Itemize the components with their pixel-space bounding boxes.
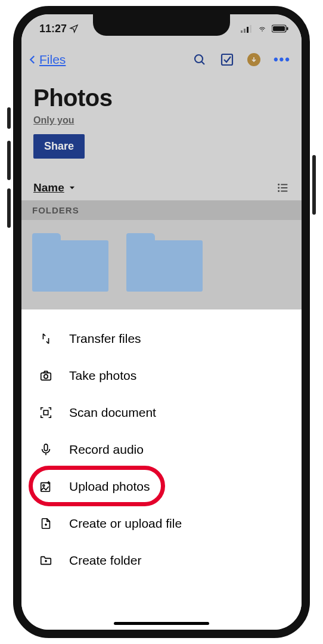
menu-upload-photos[interactable]: Upload photos xyxy=(21,468,302,505)
svg-rect-15 xyxy=(281,187,287,188)
cellular-icon xyxy=(241,24,253,33)
menu-create-file[interactable]: Create or upload file xyxy=(21,505,302,542)
status-time: 11:27 xyxy=(39,23,67,35)
menu-transfer-files[interactable]: Transfer files xyxy=(21,320,302,357)
menu-label: Scan document xyxy=(69,405,156,420)
back-button[interactable]: Files xyxy=(27,52,66,67)
svg-rect-20 xyxy=(44,410,48,414)
svg-rect-5 xyxy=(273,26,285,31)
svg-point-16 xyxy=(278,190,279,192)
svg-rect-0 xyxy=(241,30,243,33)
svg-point-14 xyxy=(278,187,279,189)
menu-label: Transfer files xyxy=(69,332,141,346)
folder-grid xyxy=(21,220,302,309)
chevron-left-icon xyxy=(27,52,38,67)
menu-create-folder[interactable]: Create folder xyxy=(21,542,302,579)
page-title: Photos xyxy=(33,85,290,112)
menu-label: Upload photos xyxy=(69,479,150,494)
background-content: 11:27 Files xyxy=(21,14,302,309)
select-icon[interactable] xyxy=(220,52,234,67)
svg-rect-2 xyxy=(247,27,249,33)
arrow-down-icon xyxy=(250,56,257,63)
folder-item[interactable] xyxy=(32,233,108,292)
search-icon[interactable] xyxy=(192,52,207,67)
menu-record-audio[interactable]: Record audio xyxy=(21,431,302,468)
battery-icon xyxy=(272,24,288,33)
menu-label: Create or upload file xyxy=(69,516,182,531)
more-icon[interactable]: ••• xyxy=(274,52,291,67)
scan-icon xyxy=(38,405,54,420)
chevron-down-icon xyxy=(68,184,76,192)
svg-rect-13 xyxy=(281,184,287,185)
visibility-label[interactable]: Only you xyxy=(33,115,290,126)
notification-badge[interactable] xyxy=(247,53,260,66)
transfer-icon xyxy=(38,331,54,346)
back-label: Files xyxy=(39,52,66,67)
menu-label: Record audio xyxy=(69,442,144,457)
sort-label: Name xyxy=(33,181,64,194)
svg-rect-9 xyxy=(222,54,232,65)
upload-photo-icon xyxy=(38,479,54,494)
wifi-icon xyxy=(256,24,268,33)
menu-take-photos[interactable]: Take photos xyxy=(21,357,302,394)
sort-button[interactable]: Name xyxy=(33,181,76,194)
camera-icon xyxy=(38,368,54,383)
svg-line-8 xyxy=(201,61,204,64)
svg-rect-1 xyxy=(244,29,246,33)
action-sheet: Transfer files Take photos Scan document… xyxy=(21,309,302,630)
nav-bar: Files ••• xyxy=(21,43,302,76)
svg-rect-18 xyxy=(41,373,51,380)
svg-rect-3 xyxy=(250,25,251,33)
section-folders: FOLDERS xyxy=(21,200,302,220)
phone-frame: 11:27 Files xyxy=(13,6,310,638)
svg-rect-17 xyxy=(281,191,287,192)
menu-scan-document[interactable]: Scan document xyxy=(21,394,302,431)
menu-label: Create folder xyxy=(69,553,141,568)
svg-marker-11 xyxy=(70,187,74,190)
share-button[interactable]: Share xyxy=(33,134,85,159)
microphone-icon xyxy=(38,442,54,457)
file-plus-icon xyxy=(38,516,54,531)
home-indicator xyxy=(114,622,209,625)
svg-rect-6 xyxy=(287,27,288,30)
folder-plus-icon xyxy=(38,553,54,568)
folder-item[interactable] xyxy=(126,233,203,292)
menu-label: Take photos xyxy=(69,369,136,383)
location-icon xyxy=(69,24,79,33)
svg-point-7 xyxy=(195,55,203,63)
svg-point-12 xyxy=(278,184,279,185)
list-view-icon[interactable] xyxy=(277,181,290,194)
notch xyxy=(93,14,230,36)
svg-point-19 xyxy=(44,374,48,378)
svg-rect-21 xyxy=(44,444,48,451)
svg-point-23 xyxy=(43,485,45,487)
